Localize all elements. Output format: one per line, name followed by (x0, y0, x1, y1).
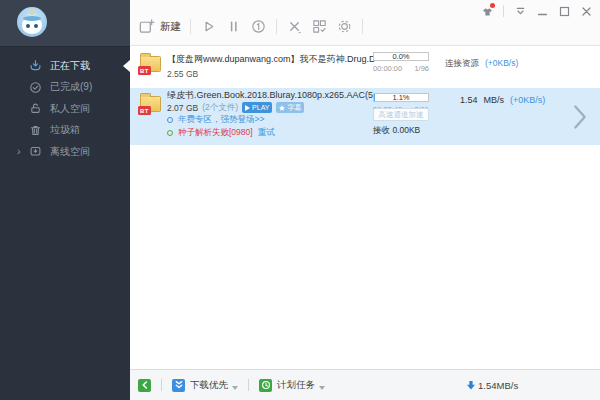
download-manager-window: 正在下载 已完成(9) 私人空间 垃圾箱 › 离线空间 (0, 0, 600, 400)
batch-select-icon[interactable] (311, 18, 328, 35)
file-count: (2个文件) (202, 102, 238, 114)
download-item-1[interactable]: BT 【度盘网www.dupanwang.com】我不是药神.Drug.Deal… (130, 47, 600, 88)
bt-badge: BT (138, 66, 151, 75)
notification-dot (490, 3, 495, 8)
sidebar-item-downloading[interactable]: 正在下载 (0, 55, 130, 77)
sidebar-item-private-space[interactable]: 私人空间 (0, 98, 130, 120)
chevron-right-icon[interactable]: › (17, 146, 21, 157)
pause-icon[interactable] (225, 18, 242, 35)
subtitle-badge-label: 字幕 (287, 104, 301, 111)
playback-group (200, 18, 267, 35)
toolbar-separator (190, 19, 191, 34)
status-row: 连接资源 (+0KB/s) (445, 58, 518, 70)
avatar-eye (26, 24, 30, 28)
sidebar-item-offline-space[interactable]: › 离线空间 (0, 141, 130, 163)
statusbar-separator (248, 379, 249, 391)
received-value: 0.00KB (392, 125, 420, 135)
play-triangle-icon (245, 105, 250, 111)
collapse-sidebar-button[interactable] (138, 379, 151, 392)
statusbar-separator (161, 379, 162, 391)
sidebar-item-label: 已完成(9) (50, 80, 92, 94)
total-speed-indicator: 1.54MB/s (466, 380, 518, 391)
controls-separator (503, 5, 504, 17)
speed-value: 1.54 (460, 95, 478, 105)
sidebar-header (0, 0, 130, 47)
avatar-wing (23, 16, 41, 21)
download-arrow-icon (466, 380, 476, 390)
task-meta-row: 2.07 GB (2个文件) PLAY 字幕 (167, 102, 304, 114)
progress-column: 0.0% 00:00:00 1/96 (373, 52, 429, 73)
new-task-button[interactable]: 新建 (138, 18, 181, 35)
toolbar-separator (276, 19, 277, 34)
scheduled-tasks-icon[interactable] (259, 379, 272, 392)
minimize-button[interactable] (536, 5, 548, 17)
progress-bar: 0.0% (373, 52, 429, 61)
minimize-to-tray-icon[interactable] (514, 5, 526, 17)
manage-group (286, 18, 353, 35)
extra-speed: (+0KB/s) (485, 58, 518, 68)
progress-percent: 1.1% (374, 94, 428, 101)
task-title: 绿皮书.Green.Book.2018.Bluray.1080p.x265.AA… (167, 90, 375, 101)
error-row: 种子解析失败[0980] 重试 (167, 127, 275, 139)
extra-speed: (+0KB/s) (510, 95, 545, 105)
download-item-2[interactable]: BT 绿皮书.Green.Book.2018.Bluray.1080p.x265… (130, 88, 600, 145)
main-content: 新建 (130, 0, 600, 400)
received-label: 接收 (373, 125, 390, 135)
star-icon (279, 105, 285, 111)
avatar-crest (30, 10, 34, 14)
new-task-icon (138, 18, 155, 35)
scheduled-tasks-label[interactable]: 计划任务 (277, 379, 315, 392)
speed-channel-button[interactable]: 高速通道加速 (373, 108, 429, 121)
active-item-pointer (123, 60, 130, 72)
download-priority-icon[interactable] (172, 379, 185, 392)
task-title: 【度盘网www.dupanwang.com】我不是药神.Drug.Deal... (167, 54, 375, 65)
sidebar-item-label: 正在下载 (50, 59, 90, 73)
progress-bar: 1.1% (373, 93, 429, 102)
elapsed-time: 00:00:00 (373, 64, 402, 73)
schedule-dropdown-caret[interactable] (319, 386, 325, 390)
delete-icon[interactable] (286, 18, 303, 35)
user-avatar[interactable] (17, 7, 47, 37)
received-row: 接收 0.00KB (373, 125, 420, 137)
new-task-label: 新建 (160, 20, 181, 34)
sidebar-item-completed[interactable]: 已完成(9) (0, 77, 130, 99)
toolbar-separator (362, 19, 363, 34)
sidebar-menu: 正在下载 已完成(9) 私人空间 垃圾箱 › 离线空间 (0, 55, 130, 163)
download-priority-label[interactable]: 下载优先 (190, 379, 228, 392)
skin-theme-icon[interactable] (481, 5, 493, 17)
sidebar-item-trash[interactable]: 垃圾箱 (0, 120, 130, 142)
bt-folder-icon: BT (140, 96, 161, 112)
retry-link[interactable]: 重试 (258, 127, 275, 139)
play-badge-label: PLAY (252, 104, 269, 111)
offline-space-icon (29, 145, 42, 158)
file-progress: 1/96 (414, 64, 429, 73)
error-bullet-icon (167, 130, 173, 136)
speed-unit: MB/s (484, 95, 505, 105)
promo-link[interactable]: 年费专区，强势登场>> (178, 114, 264, 126)
sidebar-item-label: 离线空间 (50, 145, 90, 159)
settings-gear-icon[interactable] (336, 18, 353, 35)
check-circle-icon (29, 81, 42, 94)
lock-icon (29, 102, 42, 115)
sidebar-item-label: 垃圾箱 (50, 123, 80, 137)
download-icon (29, 59, 42, 72)
close-button[interactable] (580, 5, 592, 17)
total-speed-value: 1.54MB/s (478, 380, 518, 391)
expand-task-chevron-icon[interactable] (573, 104, 587, 130)
priority-dropdown-caret[interactable] (232, 386, 238, 390)
sidebar-item-label: 私人空间 (50, 102, 90, 116)
progress-numbers: 00:00:00 1/96 (373, 64, 429, 73)
redownload-icon[interactable] (250, 18, 267, 35)
trash-icon (29, 124, 42, 137)
play-badge[interactable]: PLAY (242, 102, 272, 113)
sidebar: 正在下载 已完成(9) 私人空间 垃圾箱 › 离线空间 (0, 0, 130, 400)
task-size: 2.07 GB (167, 103, 198, 113)
error-text: 种子解析失败[0980] (178, 127, 253, 139)
avatar-eye (34, 24, 38, 28)
subtitle-badge[interactable]: 字幕 (276, 102, 304, 113)
speed-row: 1.54 MB/s (+0KB/s) (460, 95, 545, 105)
resume-icon[interactable] (200, 18, 217, 35)
promo-bullet-icon (167, 117, 173, 123)
maximize-button[interactable] (558, 5, 570, 17)
bt-folder-icon: BT (140, 56, 161, 72)
